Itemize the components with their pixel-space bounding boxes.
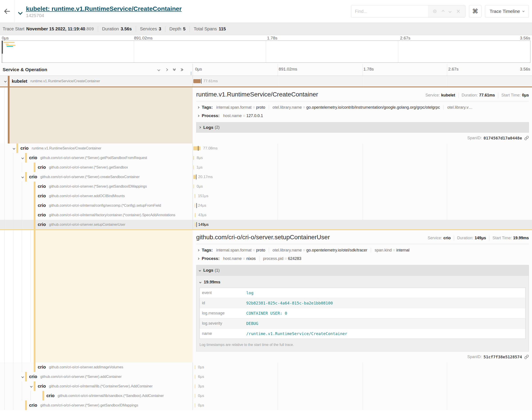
- locate-icon[interactable]: [432, 9, 437, 14]
- duration-label: 0μs: [197, 184, 203, 189]
- span-timeline-cell[interactable]: 149μs: [193, 220, 532, 229]
- keyboard-shortcuts-button[interactable]: ⌘: [469, 5, 481, 17]
- span-detail-section: github.com/cri-o/cri-o/server.setupConta…: [0, 229, 532, 362]
- span-color-bar: [34, 362, 35, 372]
- find-prev-icon[interactable]: [442, 9, 444, 13]
- collapse-all-icon[interactable]: [181, 69, 183, 71]
- log-field-row: eventlog: [200, 288, 526, 298]
- duration-label: 77.08ms: [203, 146, 218, 150]
- log-timestamp-header[interactable]: 19.99ms: [200, 280, 526, 285]
- view-selector-button[interactable]: Trace Timeline: [485, 5, 529, 17]
- timeline-bar[interactable]: [193, 165, 194, 169]
- span-service: crio: [29, 174, 37, 180]
- find-next-icon[interactable]: [449, 9, 451, 13]
- expander-icon[interactable]: [20, 376, 25, 378]
- find-input[interactable]: [351, 5, 428, 17]
- timeline-bar[interactable]: [193, 175, 196, 179]
- process-accordion[interactable]: Process: host.name = nixos process.pid =…: [196, 256, 529, 261]
- minimap-span-bar: [3, 42, 15, 43]
- span-row[interactable]: crio github.com/cri-o/cri-o/server.(*Ser…: [0, 372, 532, 381]
- span-row[interactable]: crio github.com/cri-o/cri-o/internal/fac…: [0, 210, 532, 220]
- span-row[interactable]: kubelet runtime.v1.RuntimeService/Create…: [0, 76, 532, 87]
- expander-icon[interactable]: [29, 385, 34, 387]
- trace-title-link[interactable]: kubelet: runtime.v1.RuntimeService/Creat…: [26, 5, 182, 13]
- expander-icon[interactable]: [20, 176, 25, 178]
- timeline-bar[interactable]: [195, 365, 195, 369]
- span-timeline-cell[interactable]: 0μs: [193, 182, 532, 191]
- indent-guides: [0, 76, 3, 87]
- span-timeline-cell[interactable]: 1μs: [193, 163, 532, 172]
- span-timeline-cell[interactable]: 43μs: [193, 210, 532, 220]
- span-row[interactable]: crio github.com/cri-o/cri-o/server.addOC…: [0, 191, 532, 201]
- tag-item: host.name = 127.0.0.1: [223, 114, 263, 118]
- span-row[interactable]: crio github.com/cri-o/cri-o/internal/con…: [0, 201, 532, 210]
- span-row[interactable]: crio github.com/cri-o/cri-o/server.(*Ser…: [0, 163, 532, 172]
- span-timeline-cell[interactable]: 24μs: [193, 201, 532, 210]
- chevron-down-icon: [522, 10, 525, 12]
- span-service: crio: [38, 212, 46, 218]
- minimap-canvas[interactable]: [1, 41, 531, 63]
- span-row[interactable]: crio runtime.v1.RuntimeService/CreateCon…: [0, 143, 532, 153]
- span-timeline-cell[interactable]: 3μs: [193, 381, 532, 391]
- span-row[interactable]: crio github.com/cri-o/cri-o/server.(*Ser…: [0, 182, 532, 191]
- timeline-bar[interactable]: [195, 223, 196, 227]
- detail-left-fill: [10, 87, 193, 143]
- span-timeline-cell[interactable]: 0μs: [193, 391, 532, 401]
- trace-collapse-toggle[interactable]: [15, 9, 26, 14]
- copy-link-icon[interactable]: [524, 136, 529, 140]
- span-row[interactable]: crio github.com/cri-o/cri-o/internal/lib…: [0, 381, 532, 391]
- span-row[interactable]: crio github.com/cri-o/cri-o/server.addIm…: [0, 362, 532, 372]
- timeline-bar[interactable]: [195, 194, 195, 198]
- span-timeline-cell[interactable]: 77.61ms: [193, 76, 532, 87]
- span-timeline-cell[interactable]: 151μs: [193, 191, 532, 201]
- span-timeline-cell[interactable]: 6μs: [193, 372, 532, 381]
- expander-icon[interactable]: [20, 157, 25, 159]
- expand-one-icon[interactable]: [158, 69, 160, 71]
- expand-all-icon[interactable]: [173, 69, 175, 71]
- span-rows: kubelet runtime.v1.RuntimeService/Create…: [0, 76, 532, 410]
- timeline-bar[interactable]: [195, 204, 195, 208]
- expander-icon[interactable]: [11, 148, 16, 149]
- timeline-bar[interactable]: [195, 375, 195, 379]
- logs-header[interactable]: Logs(1): [196, 265, 529, 276]
- column-resizer[interactable]: ∥: [190, 71, 192, 75]
- timeline-bar[interactable]: [194, 184, 194, 189]
- duration-label: 43μs: [198, 213, 206, 217]
- span-row[interactable]: crio github.com/cri-o/cri-o/server.(*Ser…: [0, 172, 532, 182]
- clear-icon[interactable]: [456, 9, 461, 14]
- timeline-tick: [196, 222, 197, 227]
- timeline-bar[interactable]: [195, 213, 196, 217]
- span-timeline-cell[interactable]: 77.08ms: [193, 143, 532, 153]
- expander-icon[interactable]: [3, 80, 8, 82]
- span-service: crio: [29, 155, 37, 160]
- span-timeline-cell[interactable]: 0μs: [193, 362, 532, 372]
- span-color-bar: [25, 401, 27, 410]
- span-row[interactable]: crio github.com/cri-o/cri-o/server.setup…: [0, 220, 532, 229]
- timeline-bar[interactable]: [195, 403, 195, 407]
- timeline-bar[interactable]: [193, 79, 201, 83]
- timeline-bar[interactable]: [195, 384, 195, 388]
- indent-guides: [0, 172, 20, 182]
- span-timeline-cell[interactable]: 0μs: [193, 401, 532, 410]
- tags-accordion[interactable]: Tags: internal.span.format = proto otel.…: [196, 248, 529, 253]
- span-row[interactable]: crio github.com/cri-o/cri-o/internal/lib…: [0, 391, 532, 401]
- span-timeline-cell[interactable]: 8μs: [193, 153, 532, 163]
- process-accordion[interactable]: Process: host.name = 127.0.0.1: [196, 113, 529, 118]
- minimap-ruler: 0μs 891.02ms 1.78s 2.67s 3.56s: [0, 36, 532, 41]
- back-button[interactable]: [0, 0, 14, 23]
- span-row[interactable]: crio github.com/cri-o/cri-o/server.(*Ser…: [0, 401, 532, 410]
- span-row[interactable]: crio github.com/cri-o/cri-o/server.(*Ser…: [0, 153, 532, 163]
- minimap-drag-handle[interactable]: [2, 41, 3, 54]
- span-id-row: SpanID:0174567d17a0448e: [196, 136, 529, 141]
- timeline-bar[interactable]: [193, 146, 200, 150]
- timeline-bar[interactable]: [195, 394, 195, 398]
- logs-header[interactable]: Logs(2): [196, 122, 529, 133]
- span-operation: github.com/cri-o/cri-o/server.(*Server).…: [40, 175, 140, 179]
- copy-link-icon[interactable]: [524, 355, 529, 359]
- indent-guides: [0, 401, 20, 410]
- timeline-bar[interactable]: [193, 156, 194, 160]
- tags-accordion[interactable]: Tags: internal.span.format = proto otel.…: [196, 105, 529, 110]
- span-timeline-cell[interactable]: 20.17ms: [193, 172, 532, 182]
- collapse-one-icon[interactable]: [166, 69, 168, 71]
- span-color-bar: [16, 143, 18, 153]
